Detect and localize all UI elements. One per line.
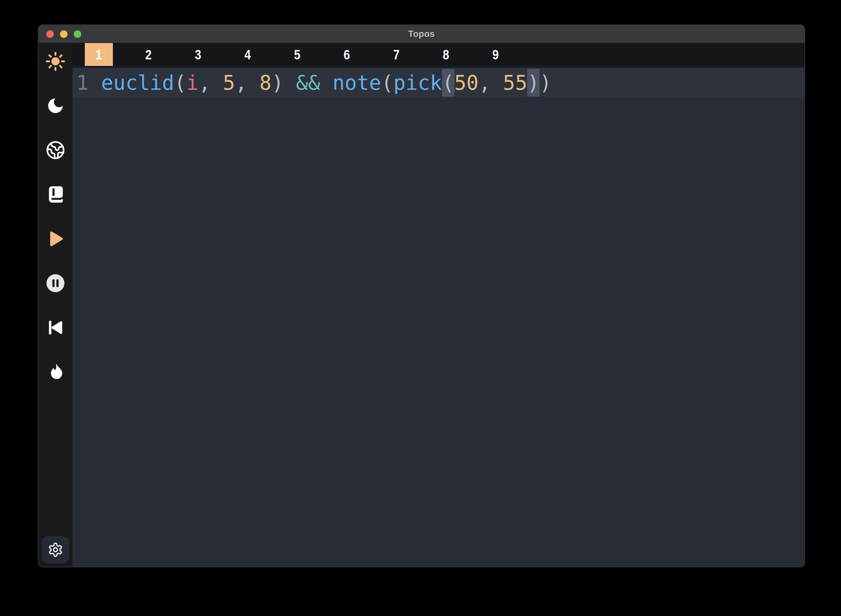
code-editor[interactable]: 1 euclid(i, 5, 8) && note(pick(50, 55))	[72, 68, 804, 567]
globe-icon	[46, 140, 65, 160]
rewind-button[interactable]	[45, 317, 66, 338]
code-token: &&	[296, 71, 320, 95]
topos-window: Topos 123456789 1 euclid	[38, 25, 804, 567]
close-button[interactable]	[46, 30, 54, 38]
code-token: 5	[223, 71, 235, 95]
tab-3[interactable]: 3	[184, 43, 212, 66]
line-number: 1	[72, 71, 101, 95]
tab-label: 1	[95, 47, 102, 62]
code-token: 55	[503, 71, 527, 95]
code-token: )	[272, 71, 284, 95]
book-icon	[46, 185, 65, 204]
flame-icon	[46, 362, 65, 382]
docs-button[interactable]	[45, 184, 66, 205]
skip-back-icon	[46, 318, 65, 337]
editor-empty-area[interactable]	[72, 97, 804, 567]
theme-light-button[interactable]	[45, 51, 66, 72]
tab-bar: 123456789	[72, 43, 804, 68]
code-token: ,	[479, 71, 503, 95]
code-text: euclid(i, 5, 8) && note(pick(50, 55))	[101, 71, 552, 95]
matched-bracket: )	[527, 69, 539, 97]
gear-icon	[48, 542, 63, 557]
globe-button[interactable]	[45, 139, 66, 160]
tab-label: 3	[195, 47, 201, 62]
flame-button[interactable]	[45, 362, 66, 383]
tab-label: 8	[443, 47, 449, 62]
code-token: 8	[259, 71, 271, 95]
code-token: ,	[199, 71, 223, 95]
tab-2[interactable]: 2	[135, 43, 163, 66]
code-token: euclid	[101, 71, 174, 95]
tab-label: 9	[492, 47, 499, 62]
tab-1[interactable]: 1	[85, 43, 113, 66]
tab-9[interactable]: 9	[482, 43, 510, 66]
minimize-button[interactable]	[60, 30, 67, 38]
code-token: (	[381, 71, 393, 95]
code-token	[320, 71, 333, 95]
traffic-lights	[46, 25, 81, 43]
code-line-1[interactable]: 1 euclid(i, 5, 8) && note(pick(50, 55))	[72, 68, 804, 97]
tab-7[interactable]: 7	[382, 43, 410, 66]
tab-label: 7	[393, 47, 400, 62]
code-token: 50	[454, 71, 479, 95]
tab-6[interactable]: 6	[333, 43, 361, 66]
tab-4[interactable]: 4	[234, 43, 262, 66]
title-bar[interactable]: Topos	[38, 25, 804, 43]
code-token: (	[174, 71, 186, 95]
code-token: )	[539, 71, 552, 95]
sidebar	[38, 43, 72, 567]
code-token: i	[186, 71, 198, 95]
settings-button[interactable]	[42, 536, 69, 563]
tab-8[interactable]: 8	[432, 43, 460, 66]
tab-label: 4	[244, 47, 251, 62]
moon-icon	[46, 96, 65, 116]
tab-label: 6	[343, 47, 350, 62]
code-token	[284, 71, 296, 95]
pause-icon	[46, 273, 65, 293]
code-token: ,	[235, 71, 260, 95]
pause-button[interactable]	[45, 273, 66, 294]
code-token: note	[333, 71, 381, 95]
tab-label: 5	[294, 47, 300, 62]
zoom-button[interactable]	[74, 30, 81, 38]
play-icon	[46, 229, 65, 249]
play-button[interactable]	[45, 228, 66, 249]
tab-label: 2	[145, 47, 152, 62]
matched-bracket: (	[442, 69, 454, 97]
sun-icon	[46, 51, 65, 71]
tab-5[interactable]: 5	[283, 43, 311, 66]
theme-dark-button[interactable]	[45, 95, 66, 116]
code-token: pick	[393, 71, 442, 95]
window-title: Topos	[408, 29, 435, 39]
